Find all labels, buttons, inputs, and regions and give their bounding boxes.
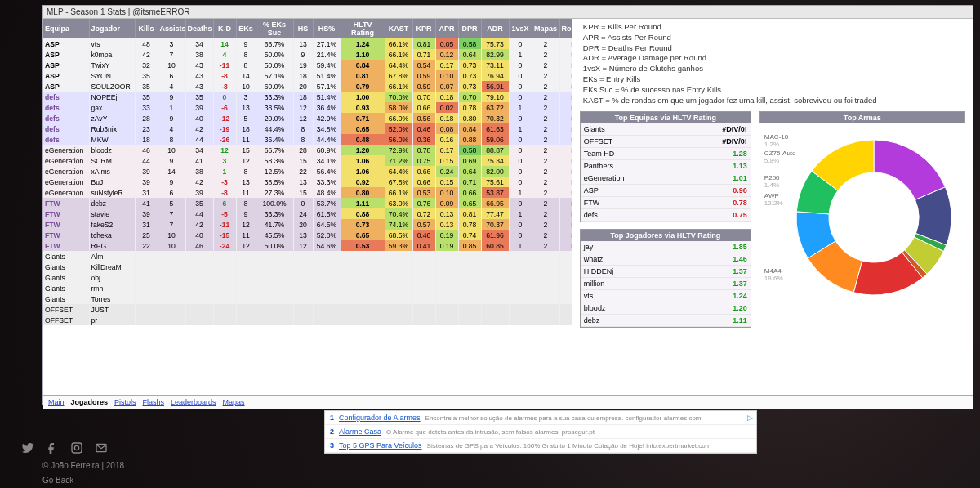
table-row[interactable]: eGenerationbloodz461034121566.7%2860.9%1… (43, 145, 572, 155)
list-item: HIDDENj1.37 (581, 265, 751, 277)
table-row[interactable]: ASPk0mpa427384850.0%921.4%1.1066.1%0.710… (43, 49, 572, 60)
adchoices-icon[interactable]: ▷ (747, 414, 753, 422)
col-Deaths[interactable]: Deaths (185, 19, 213, 38)
col-HS%[interactable]: HS% (313, 19, 341, 38)
tab-mapas[interactable]: Mapas (223, 398, 245, 406)
instagram-icon[interactable] (70, 441, 83, 458)
table-row[interactable]: Giantsobj (43, 272, 572, 283)
chart-label: AWP12.2% (764, 192, 783, 207)
col-Mapas[interactable]: Mapas (532, 19, 559, 38)
legend-line: ADR = Average Damage per Round (583, 53, 969, 64)
col-EKs[interactable]: EKs (236, 19, 256, 38)
col-K-D[interactable]: K-D (213, 19, 236, 38)
tab-flashs[interactable]: Flashs (143, 398, 165, 406)
table-row[interactable]: defsMKW18844-261136.4%844.4%0.4856.0%0.3… (43, 134, 572, 145)
col-APR[interactable]: APR (435, 19, 458, 38)
col-Assists[interactable]: Assists (158, 19, 185, 38)
top-players-box: Top Jogadores via HLTV Rating jay1.85wha… (580, 229, 751, 328)
facebook-icon[interactable] (46, 441, 59, 458)
legend-line: KAST = % de rondas em que um jogador fez… (583, 96, 969, 106)
social-bar (21, 441, 108, 458)
sheet-title: MLP - Season 1 Stats | @itsmeERROR (43, 6, 973, 19)
legend: KPR = Kills Per RoundAPR = Assists Per R… (580, 19, 973, 111)
legend-line: KPR = Kills Per Round (583, 22, 969, 33)
col-DPR[interactable]: DPR (458, 19, 481, 38)
col-Jogador[interactable]: Jogador (89, 19, 135, 38)
ad-row[interactable]: 3 Top 5 GPS Para VeículosSistemas de GPS… (325, 439, 756, 453)
legend-line: DPR = Deaths Per Round (583, 43, 969, 54)
legend-line: EKs Suc = % de sucesso nas Entry Kills (583, 85, 969, 96)
table-row[interactable]: FTWfakeS231742-111241.7%2064.5%0.7374.1%… (43, 219, 572, 230)
table-row[interactable]: GiantsKillDreaM (43, 262, 572, 272)
list-item: bloodz1.20 (581, 302, 751, 314)
col-Rondas[interactable]: Rondas (559, 19, 572, 38)
tab-jogadores[interactable]: Jogadores (71, 398, 109, 406)
table-row[interactable]: FTWstavie39744-5933.3%2461.5%0.8870.4%0.… (43, 208, 572, 219)
tab-main[interactable]: Main (48, 398, 65, 406)
ad-row[interactable]: 2 Alarme CasaO Alarme que deteta antes d… (325, 425, 756, 439)
table-row[interactable]: ASPTwixY321043-11850.0%1959.4%0.8464.4%0… (43, 60, 572, 70)
col-Kills[interactable]: Kills (135, 19, 158, 38)
list-item: FTW0.78 (581, 196, 751, 208)
list-item: Giants#DIV/0! (581, 123, 751, 136)
list-item: OFFSET#DIV/0! (581, 135, 751, 147)
list-item: ASP0.96 (581, 184, 751, 196)
col-HLTV Rating[interactable]: HLTV Rating (341, 19, 385, 38)
mail-icon[interactable] (95, 441, 108, 458)
top-teams-title: Top Equipas via HLTV Rating (581, 112, 751, 123)
table-row[interactable]: defsgax33139-61338.5%1236.4%0.9358.0%0.6… (43, 102, 572, 113)
table-row[interactable]: Giantsrmn (43, 283, 572, 293)
top-teams-box: Top Equipas via HLTV Rating Giants#DIV/0… (580, 111, 751, 222)
chart-label: P2501.4% (764, 174, 780, 189)
table-row[interactable]: OFFSETJUST (43, 304, 572, 315)
col-1vsX[interactable]: 1vsX (509, 19, 532, 38)
table-row[interactable]: eGenerationSCRM4494131258.3%1534.1%1.067… (43, 155, 572, 166)
ad-title[interactable]: Top 5 GPS Para Veículos (339, 441, 422, 450)
twitter-icon[interactable] (21, 441, 34, 458)
col-ADR[interactable]: ADR (481, 19, 509, 38)
list-item: million1.37 (581, 277, 751, 289)
col-% EKs Suc[interactable]: % EKs Suc (256, 19, 293, 38)
col-KPR[interactable]: KPR (412, 19, 435, 38)
sheet-tabs: MainJogadoresPistolsFlashsLeaderboardsMa… (43, 395, 973, 409)
stats-table: EquipaJogadorKillsAssistsDeathsK-DEKs% E… (43, 19, 572, 325)
col-HS[interactable]: HS (293, 19, 313, 38)
table-row[interactable]: ASPvts4833414966.7%1327.1%1.2466.1%0.810… (43, 38, 572, 49)
top-weapons-title: Top Armas (760, 112, 964, 123)
ad-row[interactable]: 1 Configurador de AlarmesEncontre a melh… (325, 411, 756, 425)
ad-title[interactable]: Alarme Casa (339, 428, 381, 436)
legend-line: EKs = Entry Kills (583, 74, 969, 85)
tab-leaderboards[interactable]: Leaderboards (171, 398, 216, 406)
table-row[interactable]: FTWRPG221046-241250.0%1254.6%0.5359.3%0.… (43, 240, 572, 251)
spreadsheet-window: MLP - Season 1 Stats | @itsmeERROR Equip… (42, 5, 973, 405)
list-item: defs0.75 (581, 208, 751, 221)
credit-text: © João Ferreira | 2018 (42, 461, 124, 470)
col-KAST[interactable]: KAST (385, 19, 412, 38)
svg-rect-0 (72, 443, 82, 453)
table-row[interactable]: FTWtcheka251040-151145.5%1352.0%0.6568.5… (43, 230, 572, 240)
col-Equipa[interactable]: Equipa (43, 19, 89, 38)
list-item: Panthers1.13 (581, 159, 751, 172)
table-row[interactable]: OFFSETpr (43, 315, 572, 325)
table-row[interactable]: defsRub3nix23442-191844.4%834.8%0.6552.0… (43, 123, 572, 134)
list-item: jay1.85 (581, 241, 751, 253)
ad-block: ▷ 1 Configurador de AlarmesEncontre a me… (324, 410, 757, 454)
table-row[interactable]: FTWdebz4153568100.0%053.7%1.1163.0%0.760… (43, 198, 572, 208)
table-row[interactable]: ASPSOULZOOR35443-81060.0%2057.1%0.7966.1… (43, 81, 572, 92)
list-item: debz1.11 (581, 314, 751, 326)
table-row[interactable]: eGenerationsuNstyleR31639-81127.3%1548.4… (43, 187, 572, 198)
table-row[interactable]: defszAvY28940-12520.0%1242.9%0.7166.0%0.… (43, 113, 572, 123)
top-players-title: Top Jogadores via HLTV Rating (581, 230, 751, 241)
svg-point-1 (74, 445, 78, 450)
table-row[interactable]: GiantsTorres (43, 293, 572, 304)
table-row[interactable]: eGenerationBuJ39942-31338.5%1333.3%0.926… (43, 177, 572, 187)
tab-pistols[interactable]: Pistols (114, 398, 136, 406)
table-row[interactable]: eGenerationxAims3914381812.5%2256.4%1.06… (43, 166, 572, 177)
go-back-link[interactable]: Go Back (42, 476, 74, 485)
table-row[interactable]: GiantsAlm (43, 251, 572, 262)
table-row[interactable]: ASPSYON35643-81457.1%1851.4%0.8167.8%0.5… (43, 70, 572, 81)
chart-label: CZ75-Auto5.8% (764, 150, 796, 164)
list-item: whatz1.46 (581, 253, 751, 265)
table-row[interactable]: defsNOPEEj359350333.3%1851.4%1.0070.0%0.… (43, 92, 572, 102)
ad-title[interactable]: Configurador de Alarmes (339, 414, 421, 422)
